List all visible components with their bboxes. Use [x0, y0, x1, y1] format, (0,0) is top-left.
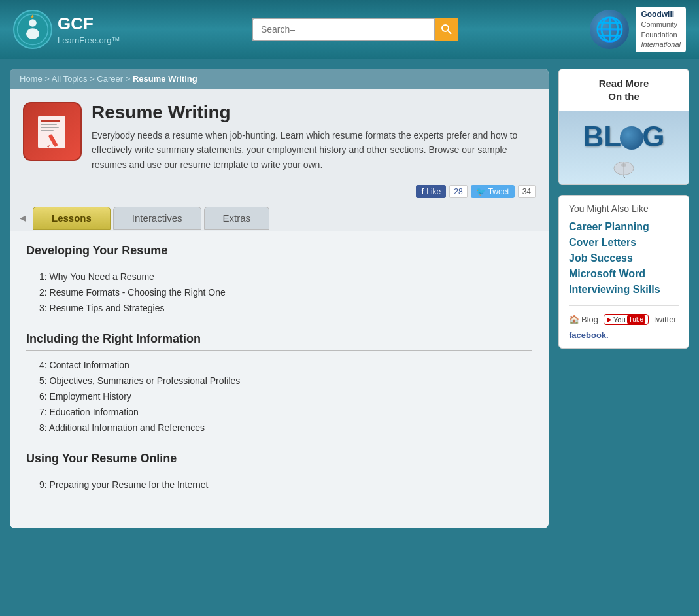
lesson-item[interactable]: 9: Preparing your Resume for the Interne…	[26, 477, 532, 492]
social-links: 🏠 Blog ▶ You Tube twitter facebook.	[569, 314, 679, 340]
svg-line-5	[448, 31, 451, 34]
tw-tweet-label: Tweet	[488, 187, 509, 196]
blog-card-inner: Read More On the	[559, 69, 689, 111]
also-like-title: You Might Also Like	[569, 203, 679, 214]
svg-rect-9	[41, 127, 59, 128]
lesson-item[interactable]: 7: Education Information	[26, 404, 532, 420]
logo-text: GCF LearnFree.org™	[58, 14, 120, 46]
blog-house-icon: 🏠	[569, 315, 579, 324]
mouse-graphic	[607, 158, 640, 178]
blog-globe-icon	[620, 126, 643, 150]
gcf-label: GCF	[58, 14, 120, 34]
blog-card: Read More On the BL G	[558, 69, 689, 185]
breadcrumb-sep1: >	[44, 74, 52, 84]
sidebar-divider	[569, 305, 679, 306]
lesson-item[interactable]: 3: Resume Tips and Strategies	[26, 300, 532, 316]
page-description: Everybody needs a resume when job-huntin…	[92, 128, 536, 172]
also-like-interviewing-skills[interactable]: Interviewing Skills	[569, 282, 679, 298]
youtube-play-icon: ▶	[607, 316, 612, 323]
also-like-section: You Might Also Like Career Planning Cove…	[558, 195, 689, 349]
goodwill-name: Goodwill	[641, 9, 681, 20]
goodwill-international: International	[641, 40, 681, 50]
site-header: ★ GCF LearnFree.org™ Goodwill Community …	[0, 0, 699, 59]
tabs-bar: ◂ Lessons Interactives Extras	[10, 205, 549, 231]
svg-point-4	[442, 25, 449, 31]
fb-f-icon: f	[421, 187, 424, 196]
lesson-item[interactable]: 8: Additional Information and References	[26, 420, 532, 436]
svg-rect-10	[41, 130, 54, 131]
svg-point-15	[621, 163, 626, 167]
gcf-logo-circle: ★	[13, 10, 52, 49]
twitter-tweet-button[interactable]: 🐦 Tweet	[471, 185, 515, 198]
goodwill-community: Community	[641, 20, 681, 29]
breadcrumb-current: Resume Writing	[133, 74, 197, 84]
goodwill-logo: Goodwill Community Foundation Internatio…	[590, 7, 686, 53]
twitter-count: 34	[518, 185, 536, 198]
lesson-item[interactable]: 4: Contact Information	[26, 357, 532, 373]
breadcrumb: Home > All Topics > Career > Resume Writ…	[10, 69, 549, 89]
goodwill-globe-icon	[590, 10, 629, 49]
topic-icon	[23, 102, 82, 161]
breadcrumb-home[interactable]: Home	[20, 74, 43, 84]
also-like-career-planning[interactable]: Career Planning	[569, 219, 679, 235]
youtube-you: You	[613, 316, 626, 324]
page-header-text: Resume Writing Everybody needs a resume …	[92, 102, 536, 172]
lesson-item[interactable]: 1: Why You Need a Resume	[26, 269, 532, 284]
youtube-badge[interactable]: ▶ You Tube	[604, 314, 649, 325]
breadcrumb-all-topics[interactable]: All Topics	[52, 74, 88, 84]
also-like-job-success[interactable]: Job Success	[569, 250, 679, 266]
svg-point-2	[26, 28, 39, 39]
goodwill-text: Goodwill Community Foundation Internatio…	[636, 7, 686, 53]
tab-arrow-left: ◂	[20, 205, 33, 231]
search-icon	[441, 24, 452, 35]
svg-rect-7	[41, 120, 60, 122]
facebook-like-button[interactable]: f Like	[416, 185, 446, 198]
svg-point-1	[29, 19, 37, 27]
blog-b: BL	[583, 120, 622, 153]
blog-social-link[interactable]: 🏠 Blog	[569, 315, 598, 324]
page-title: Resume Writing	[92, 102, 536, 123]
logo-area: ★ GCF LearnFree.org™	[13, 10, 120, 49]
page-header: Resume Writing Everybody needs a resume …	[10, 89, 549, 182]
section-title-3: Using Your Resume Online	[26, 452, 532, 470]
breadcrumb-sep2: >	[90, 74, 97, 84]
tab-line	[272, 230, 539, 230]
fb-like-label: Like	[426, 187, 441, 196]
section-title-1: Developing Your Resume	[26, 244, 532, 262]
lesson-section-1: Developing Your Resume 1: Why You Need a…	[26, 244, 532, 316]
right-sidebar: Read More On the BL G	[558, 69, 689, 349]
also-like-cover-letters[interactable]: Cover Letters	[569, 235, 679, 250]
youtube-tube: Tube	[627, 315, 645, 324]
svg-rect-8	[41, 124, 57, 125]
tab-lessons[interactable]: Lessons	[33, 207, 111, 230]
search-input[interactable]	[252, 18, 435, 41]
breadcrumb-sep3: >	[126, 74, 133, 84]
read-more-text: Read More On the	[567, 77, 681, 103]
blog-graphic: BL G	[559, 111, 689, 184]
twitter-social-link[interactable]: twitter	[654, 315, 677, 324]
svg-text:★: ★	[30, 13, 35, 20]
lesson-section-3: Using Your Resume Online 9: Preparing yo…	[26, 452, 532, 492]
tab-extras[interactable]: Extras	[204, 207, 270, 230]
blog-g: G	[642, 120, 664, 153]
section-title-2: Including the Right Information	[26, 332, 532, 351]
also-like-microsoft-word[interactable]: Microsoft Word	[569, 266, 679, 282]
lesson-item[interactable]: 2: Resume Formats - Choosing the Right O…	[26, 284, 532, 300]
search-button[interactable]	[435, 18, 458, 41]
social-bar: f Like 28 🐦 Tweet 34	[10, 182, 549, 205]
lesson-item[interactable]: 6: Employment History	[26, 388, 532, 404]
tw-bird-icon: 🐦	[476, 187, 486, 196]
lessons-content: Developing Your Resume 1: Why You Need a…	[10, 231, 549, 528]
goodwill-foundation: Foundation	[641, 30, 681, 40]
tab-interactives[interactable]: Interactives	[113, 207, 201, 230]
lesson-item[interactable]: 5: Objectives, Summaries or Professional…	[26, 373, 532, 388]
learnfree-label: LearnFree.org™	[58, 35, 120, 45]
content-area: Home > All Topics > Career > Resume Writ…	[10, 69, 549, 528]
blog-title-graphic: BL G	[583, 120, 665, 153]
facebook-count: 28	[449, 185, 467, 198]
search-area	[252, 18, 458, 41]
facebook-social-link[interactable]: facebook.	[569, 330, 609, 340]
lesson-section-2: Including the Right Information 4: Conta…	[26, 332, 532, 436]
main-wrapper: Home > All Topics > Career > Resume Writ…	[0, 59, 699, 538]
breadcrumb-career[interactable]: Career	[97, 74, 123, 84]
